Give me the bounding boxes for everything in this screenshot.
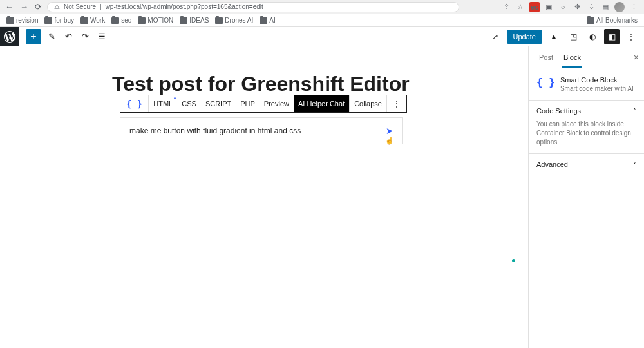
address-bar[interactable]: ⚠ Not Secure | wp-test.local/wp-admin/po…: [47, 2, 459, 12]
folder-icon: [44, 17, 52, 24]
download-icon[interactable]: ⇩: [586, 2, 596, 12]
greenshift-icon[interactable]: ▲: [546, 29, 562, 44]
tab-php[interactable]: PHP: [236, 95, 260, 112]
tab-script[interactable]: SCRIPT: [201, 95, 236, 112]
chevron-up-icon: ˄: [633, 108, 636, 115]
tab-preview[interactable]: Preview: [260, 95, 294, 112]
settings-sidebar-toggle[interactable]: ◧: [604, 29, 620, 44]
share-icon[interactable]: ⇪: [501, 2, 511, 12]
folder-icon: [138, 17, 146, 24]
extensions-puzzle-icon[interactable]: ✥: [572, 2, 582, 12]
redo-button[interactable]: ↷: [79, 30, 91, 43]
list-view-icon[interactable]: ☰: [95, 30, 108, 43]
insecure-icon: ⚠: [54, 3, 60, 10]
bookmark-folder[interactable]: revision: [6, 17, 38, 24]
browser-reload-button[interactable]: ⟳: [35, 2, 42, 12]
folder-icon: [587, 17, 594, 24]
collapse-button[interactable]: Collapse: [350, 95, 386, 112]
block-more-menu[interactable]: ⋮: [387, 99, 406, 109]
bookmark-folder[interactable]: for buy: [44, 17, 74, 24]
reading-list-icon[interactable]: ▤: [600, 2, 611, 12]
folder-icon: [80, 17, 88, 24]
block-description: Smart code maker with AI: [560, 85, 634, 92]
external-preview-icon[interactable]: ↗: [488, 29, 503, 44]
add-block-button[interactable]: +: [26, 29, 41, 44]
bookmark-folder[interactable]: MOTION: [138, 17, 173, 24]
panel-advanced[interactable]: Advanced ˅: [536, 160, 636, 168]
folder-icon: [215, 17, 223, 24]
profile-avatar[interactable]: [614, 2, 625, 12]
url-text: wp-test.local/wp-admin/post.php?post=165…: [106, 3, 263, 10]
extension-red-icon[interactable]: ec: [529, 2, 540, 12]
tab-html[interactable]: HTML: [149, 95, 177, 112]
browser-back-button[interactable]: ←: [5, 2, 14, 12]
close-sidebar-icon[interactable]: ×: [631, 52, 641, 63]
bookmark-star-icon[interactable]: ☆: [515, 2, 526, 12]
all-bookmarks[interactable]: All Bookmarks: [587, 17, 638, 24]
panel-code-settings[interactable]: Code Settings ˄: [536, 107, 636, 115]
sidebar-tab-block[interactable]: Block: [558, 46, 586, 68]
post-title[interactable]: Test post for Greenshift Editor: [112, 72, 513, 96]
bookmark-folder[interactable]: seo: [111, 17, 131, 24]
bookmark-folder[interactable]: IDEAS: [180, 17, 209, 24]
loading-dot: [512, 259, 515, 262]
tab-css[interactable]: CSS: [177, 95, 201, 112]
cursor-indicator: ☝: [385, 137, 394, 145]
extension-circle-icon[interactable]: ○: [558, 2, 568, 12]
viewport-desktop-icon[interactable]: ☐: [468, 29, 484, 44]
browser-forward-button[interactable]: →: [20, 2, 28, 12]
braces-icon: { }: [536, 76, 555, 92]
browser-menu-icon[interactable]: ⋮: [629, 2, 639, 12]
options-menu-icon[interactable]: ⋮: [623, 29, 639, 44]
url-separator: |: [100, 3, 102, 10]
sidebar-tab-post[interactable]: Post: [534, 46, 558, 68]
edit-tool-icon[interactable]: ✎: [45, 30, 58, 43]
security-label: Not Secure: [64, 3, 96, 10]
bookmark-folder[interactable]: Drones AI: [215, 17, 253, 24]
wordpress-icon: [4, 31, 15, 43]
folder-icon: [6, 17, 14, 24]
block-toolbar: { } HTML CSS SCRIPT PHP Preview AI Helpe…: [120, 95, 407, 113]
bookmark-folder[interactable]: AI: [260, 17, 275, 24]
folder-icon: [260, 17, 267, 24]
folder-icon: [111, 17, 119, 24]
layers-icon[interactable]: ◳: [565, 29, 581, 44]
tab-ai-helper-chat[interactable]: AI Helper Chat: [294, 95, 349, 112]
braces-icon: { }: [126, 99, 142, 109]
folder-icon: [180, 17, 187, 24]
block-type-icon[interactable]: { }: [120, 95, 149, 112]
extension-generic-icon[interactable]: ▣: [544, 2, 554, 12]
contrast-icon[interactable]: ◐: [585, 29, 600, 44]
send-icon[interactable]: ➤: [386, 126, 393, 136]
undo-button[interactable]: ↶: [62, 30, 75, 43]
panel-body-text: You can place this block inside Containe…: [536, 120, 636, 147]
update-button[interactable]: Update: [507, 30, 542, 44]
wordpress-logo[interactable]: [0, 27, 19, 46]
chevron-down-icon: ˅: [633, 161, 636, 168]
ai-chat-input[interactable]: make me button with fluid gradient in ht…: [120, 117, 403, 144]
chat-prompt-text: make me button with fluid gradient in ht…: [129, 126, 386, 135]
block-name: Smart Code Block: [560, 76, 634, 84]
bookmark-folder[interactable]: Work: [80, 17, 105, 24]
